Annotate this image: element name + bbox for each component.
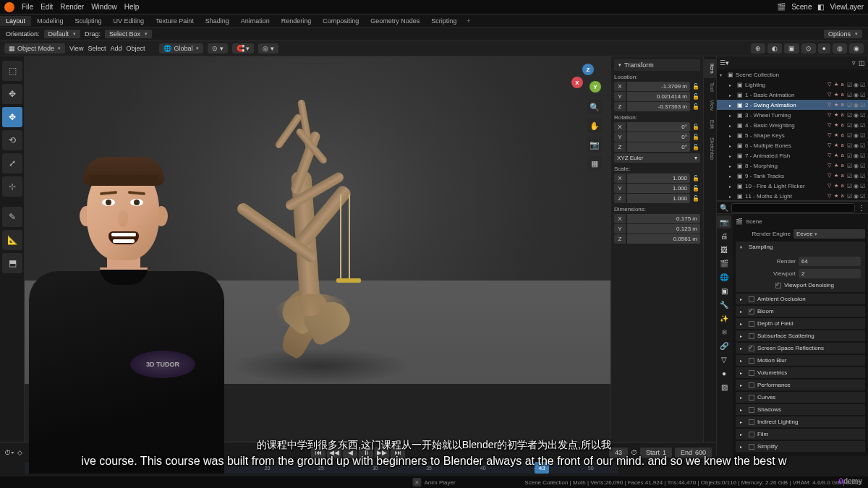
axis-x-icon[interactable]: X [571, 77, 583, 88]
zoom-icon[interactable]: 🔍 [587, 100, 602, 114]
render-samples[interactable]: 64 [799, 257, 861, 266]
dim-z[interactable]: 0.0561 m [627, 234, 700, 244]
tab-view[interactable]: View [704, 95, 716, 115]
tab-rendering[interactable]: Rendering [276, 16, 318, 26]
outliner-item[interactable]: ▸▣11 - Moths & Light▽ ★ a☑ ◉ ☑ [717, 191, 868, 201]
snap-button[interactable]: 🧲 ▾ [232, 43, 255, 53]
proptab-render[interactable]: 📷 [717, 215, 731, 228]
drag-dropdown[interactable]: Select Box [105, 30, 152, 38]
panel-subsurface scattering[interactable]: ▸Subsurface Scattering [736, 330, 865, 341]
proptab-particle[interactable]: ✨ [717, 312, 731, 325]
rotation-mode-dropdown[interactable]: XYZ Euler▾ [614, 153, 700, 163]
panel-volumetrics[interactable]: ▸Volumetrics [736, 367, 865, 378]
scale-x[interactable]: 1.000 [627, 174, 690, 183]
panel-ambient occlusion[interactable]: ▸Ambient Occlusion [736, 294, 865, 304]
tab-edit[interactable]: Edit [704, 116, 716, 133]
proptab-object[interactable]: ▣ [717, 284, 731, 297]
outliner-item[interactable]: ▸▣7 - Animated Fish▽ ★ a☑ ◉ ☑ [717, 150, 868, 160]
proptab-texture[interactable]: ▨ [717, 380, 731, 393]
outliner-item[interactable]: ▸▣8 - Morphing▽ ★ a☑ ◉ ☑ [717, 160, 868, 171]
proptab-modifier[interactable]: 🔧 [717, 298, 731, 311]
panel-screen space reflections[interactable]: ▸Screen Space Reflections [736, 343, 865, 354]
tab-scripting[interactable]: Scripting [425, 16, 462, 26]
orientation-dropdown[interactable]: Default [44, 30, 81, 38]
shading-matprev[interactable]: ◍ [833, 43, 847, 53]
nav-gizmo[interactable]: Z X Y [571, 64, 603, 95]
tab-tool[interactable]: Tool [704, 78, 716, 96]
panel-indirect lighting[interactable]: ▸Indirect Lighting [736, 416, 865, 427]
tool-select-box[interactable]: ⬚ [2, 61, 22, 81]
add-workspace-button[interactable]: + [462, 16, 475, 26]
tab-modeling[interactable]: Modeling [31, 16, 69, 26]
menu-object[interactable]: Object [126, 45, 145, 52]
mode-dropdown[interactable]: ▦ Object Mode [4, 43, 65, 53]
tool-cursor[interactable]: ✥ [2, 84, 22, 104]
proptab-data[interactable]: ▽ [717, 353, 731, 366]
lock-icon[interactable]: 🔓 [692, 83, 700, 90]
menu-render[interactable]: Render [60, 3, 84, 11]
options-icon[interactable]: ⋮ [858, 204, 865, 212]
tab-layout[interactable]: Layout [0, 16, 31, 26]
stop-anim-icon[interactable]: ✕ [412, 478, 421, 487]
shading-solid[interactable]: ● [818, 43, 830, 53]
dim-x[interactable]: 0.175 m [627, 214, 700, 223]
viewlayer-selector[interactable]: ViewLayer [830, 3, 864, 11]
dim-y[interactable]: 0.123 m [627, 224, 700, 234]
panel-curves[interactable]: ▸Curves [736, 392, 865, 403]
scale-y[interactable]: 1.000 [627, 184, 690, 193]
proptab-physics[interactable]: ⚛ [717, 325, 731, 338]
viewport-denoising-checkbox[interactable] [775, 283, 781, 288]
menu-window[interactable]: Window [91, 3, 117, 11]
tab-uv[interactable]: UV Editing [108, 16, 150, 26]
viewport-samples[interactable]: 2 [799, 269, 861, 278]
proptab-material[interactable]: ● [717, 367, 731, 380]
sampling-panel-header[interactable]: ▾Sampling [736, 241, 865, 252]
outliner-item[interactable]: ▸▣10 - Fire & Light Flicker▽ ★ a☑ ◉ ☑ [717, 181, 868, 191]
gizmo-toggle[interactable]: ⊕ [751, 43, 765, 53]
scene-selector[interactable]: Scene [791, 3, 812, 11]
location-z[interactable]: -0.37363 m [627, 102, 690, 111]
tab-shading[interactable]: Shading [200, 16, 235, 26]
outliner-item[interactable]: ▸▣6 - Multiple Bones▽ ★ a☑ ◉ ☑ [717, 140, 868, 150]
panel-motion blur[interactable]: ▸Motion Blur [736, 355, 865, 366]
breadcrumb-scene[interactable]: Scene [746, 218, 762, 225]
rotation-x[interactable]: 0° [627, 122, 690, 132]
rotation-y[interactable]: 0° [627, 132, 690, 142]
options-dropdown[interactable]: Options [824, 30, 862, 38]
perspective-icon[interactable]: ▦ [587, 156, 602, 171]
outliner-item[interactable]: ▸▣Lighting▽ ★ a☑ ◉ ☑ [717, 80, 868, 90]
proptab-scene[interactable]: 🎬 [717, 257, 731, 270]
panel-simplify[interactable]: ▸Simplify [736, 441, 865, 452]
menu-select[interactable]: Select [88, 45, 106, 52]
menu-view[interactable]: View [69, 45, 83, 52]
proportional-button[interactable]: ◎ ▾ [258, 43, 278, 53]
panel-film[interactable]: ▸Film [736, 429, 865, 440]
filter-icon[interactable]: ▿ [852, 59, 856, 67]
tab-sketchfab[interactable]: Sketchfab [704, 133, 716, 164]
new-collection-icon[interactable]: ◫ [859, 59, 865, 67]
menu-edit[interactable]: Edit [41, 3, 53, 11]
outliner-item[interactable]: ▸▣4 - Basic Weighting▽ ★ a☑ ◉ ☑ [717, 120, 868, 130]
panel-shadows[interactable]: ▸Shadows [736, 404, 865, 415]
tab-compositing[interactable]: Compositing [317, 16, 365, 26]
pan-icon[interactable]: ✋ [587, 119, 602, 133]
tool-move[interactable]: ✥ [2, 107, 22, 127]
outliner-item[interactable]: ▸▣5 - Shape Keys▽ ★ a☑ ◉ ☑ [717, 130, 868, 140]
tab-sculpting[interactable]: Sculpting [69, 16, 108, 26]
proptab-viewlayer[interactable]: 🖼 [717, 243, 731, 256]
proptab-world[interactable]: 🌐 [717, 270, 731, 283]
tab-item[interactable]: Item [704, 59, 716, 78]
panel-performance[interactable]: ▸Performance [736, 380, 865, 390]
menu-help[interactable]: Help [124, 3, 140, 11]
rotation-z[interactable]: 0° [627, 142, 690, 152]
menu-add[interactable]: Add [110, 45, 122, 52]
overlay-toggle[interactable]: ◐ [767, 43, 782, 53]
outliner-item[interactable]: ▸▣3 - Wheel Turning▽ ★ a☑ ◉ ☑ [717, 110, 868, 120]
outliner-root[interactable]: ▾▣Scene Collection [717, 69, 868, 80]
panel-bloom[interactable]: ▸Bloom [736, 306, 865, 317]
proptab-constraint[interactable]: 🔗 [717, 339, 731, 352]
search-input[interactable] [731, 203, 855, 213]
outliner-item[interactable]: ▸▣9 - Tank Tracks▽ ★ a☑ ◉ ☑ [717, 171, 868, 181]
location-y[interactable]: 0.021414 m [627, 92, 690, 101]
tab-texture[interactable]: Texture Paint [150, 16, 200, 26]
